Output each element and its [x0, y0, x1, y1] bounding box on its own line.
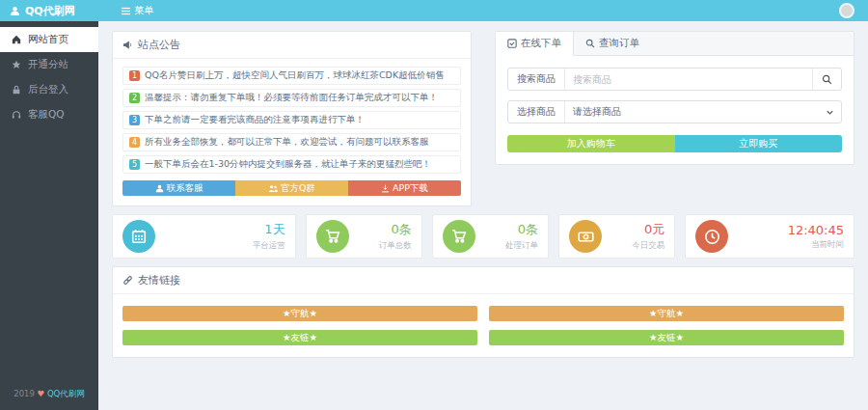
sidebar-footer: 2019 ♥ QQ代刷网	[0, 389, 98, 410]
megaphone-icon	[122, 40, 133, 50]
lock-icon	[12, 85, 21, 95]
buy-now-button[interactable]: 立即购买	[675, 135, 843, 152]
heart-icon: ♥	[38, 389, 45, 398]
search-product-label: 搜索商品	[508, 68, 565, 90]
brand[interactable]: QQ代刷网	[0, 4, 98, 18]
notice-text: 温馨提示：请勿重复下单哦！必须要等待前面任务订单完成才可以下单！	[145, 92, 438, 104]
contact-support-label: 联系客服	[167, 182, 203, 195]
stat-card-today-trade: 0元 今日交易	[558, 214, 675, 259]
notice-actions: 联系客服 官方Q群 APP下载	[122, 180, 461, 196]
notice-item: 4 所有业务全部恢复，都可以正常下单，欢迎尝试，有问题可以联系客服	[122, 133, 461, 151]
tab-query-order-label: 查询订单	[599, 37, 639, 50]
sidebar-item-label: 网站首页	[28, 33, 68, 46]
notice-panel-header: 站点公告	[113, 32, 471, 59]
friend-link-shouhang[interactable]: ★守航★	[122, 306, 477, 321]
search-icon	[585, 39, 595, 48]
official-qq-group-button[interactable]: 官方Q群	[235, 180, 348, 196]
stat-label: 订单总数	[379, 240, 412, 252]
sidebar-item-label: 开通分站	[28, 58, 68, 71]
hamburger-icon	[122, 7, 130, 15]
friend-links-panel: 友情链接 ★守航★ ★友链★ ★守航★ ★友链★	[112, 266, 854, 358]
stat-meta: 0元 今日交易	[632, 221, 665, 252]
search-product-group: 搜索商品	[507, 68, 842, 91]
stat-meta: 0条 订单总数	[379, 221, 412, 252]
stat-card-current-time: 12:40:45 当前时间	[685, 214, 854, 259]
home-icon	[12, 35, 21, 44]
sidebar-item-support-qq[interactable]: 客服QQ	[0, 102, 98, 127]
notice-number-badge: 3	[129, 115, 140, 125]
menu-label: 菜单	[134, 4, 153, 17]
stat-label: 当前时间	[788, 239, 844, 251]
clock-icon	[695, 220, 728, 253]
sidebar-item-label: 后台登入	[28, 83, 68, 96]
tab-query-order[interactable]: 查询订单	[574, 32, 651, 55]
stat-card-platform-days: 1天 平台运营	[112, 214, 296, 259]
contact-support-button[interactable]: 联系客服	[122, 180, 235, 196]
chevron-down-icon[interactable]	[818, 101, 841, 123]
notice-text: 下单之前请一定要看完该商品的注意事项再进行下单！	[145, 114, 365, 126]
footer-brand-link[interactable]: QQ代刷网	[47, 389, 85, 398]
tab-online-order[interactable]: 在线下单	[496, 32, 574, 56]
users-icon	[268, 184, 278, 193]
notice-number-badge: 1	[129, 70, 140, 81]
official-qq-group-label: 官方Q群	[281, 182, 315, 195]
notice-item: 5 一般下单后会在1-30分钟内提交到服务器，就让单子来的更猛烈些吧！	[122, 155, 461, 174]
order-form: 搜索商品 选择商品 请选择商品	[496, 56, 854, 164]
select-product-dropdown[interactable]: 请选择商品	[565, 101, 818, 123]
search-product-input[interactable]	[565, 68, 812, 90]
stats-row: 1天 平台运营 0条 订单总数 0条 处理订单	[112, 214, 854, 259]
user-icon	[155, 184, 164, 193]
stat-card-processing-orders: 0条 处理订单	[432, 214, 549, 259]
search-submit-button[interactable]	[812, 68, 841, 90]
main-content: 站点公告 1 QQ名片赞日刷上万，超快空间人气日刷百万，球球冰红茶CDK超低价销…	[98, 21, 868, 410]
notice-item: 1 QQ名片赞日刷上万，超快空间人气日刷百万，球球冰红茶CDK超低价销售	[122, 67, 461, 85]
order-buttons: 加入购物车 立即购买	[507, 135, 842, 152]
select-product-group: 选择商品 请选择商品	[507, 100, 842, 123]
stat-value: 0条	[505, 221, 538, 238]
menu-toggle[interactable]: 菜单	[122, 4, 153, 17]
stat-card-total-orders: 0条 订单总数	[306, 214, 422, 259]
user-logo-icon	[10, 6, 20, 16]
stat-value: 12:40:45	[788, 223, 844, 237]
notice-number-badge: 5	[129, 159, 140, 170]
app-download-button[interactable]: APP下载	[348, 180, 461, 196]
sidebar: 网站首页 开通分站 后台登入 客服QQ 2019 ♥ QQ代刷网	[0, 21, 98, 410]
notice-panel: 站点公告 1 QQ名片赞日刷上万，超快空间人气日刷百万，球球冰红茶CDK超低价销…	[112, 31, 472, 206]
sidebar-item-substation[interactable]: 开通分站	[0, 52, 98, 77]
friend-links-body: ★守航★ ★友链★ ★守航★ ★友链★	[113, 294, 854, 357]
sidebar-item-admin-login[interactable]: 后台登入	[0, 77, 98, 102]
stat-meta: 1天 平台运营	[253, 221, 285, 252]
tab-online-order-label: 在线下单	[521, 37, 561, 50]
cart-icon	[443, 220, 475, 253]
stat-meta: 12:40:45 当前时间	[788, 223, 844, 251]
stat-label: 平台运营	[253, 240, 285, 252]
footer-year: 2019	[14, 389, 35, 398]
friend-links-column: ★守航★ ★友链★	[483, 306, 850, 345]
banknote-icon	[569, 220, 602, 253]
notice-item: 2 温馨提示：请勿重复下单哦！必须要等待前面任务订单完成才可以下单！	[122, 89, 461, 107]
add-to-cart-button[interactable]: 加入购物车	[507, 135, 675, 152]
app-download-label: APP下载	[393, 182, 428, 195]
avatar[interactable]	[839, 3, 854, 18]
cart-icon	[316, 220, 349, 253]
order-tabs: 在线下单 查询订单	[496, 32, 854, 56]
stat-value: 1天	[253, 221, 285, 238]
friend-link-youlian[interactable]: ★友链★	[489, 330, 844, 345]
check-square-icon	[507, 39, 517, 48]
notice-item: 3 下单之前请一定要看完该商品的注意事项再进行下单！	[122, 111, 461, 129]
stat-label: 处理订单	[505, 240, 538, 252]
star-icon	[12, 60, 21, 69]
friend-links-title: 友情链接	[138, 273, 180, 287]
notice-number-badge: 2	[129, 93, 140, 103]
sidebar-item-label: 客服QQ	[28, 108, 65, 122]
stat-meta: 0条 处理订单	[505, 221, 538, 252]
headset-icon	[12, 110, 21, 120]
stat-value: 0条	[379, 221, 412, 238]
topbar: QQ代刷网 菜单	[0, 0, 868, 21]
notice-text: 所有业务全部恢复，都可以正常下单，欢迎尝试，有问题可以联系客服	[145, 136, 429, 149]
order-panel: 在线下单 查询订单 搜索商品	[495, 31, 854, 165]
sidebar-item-home[interactable]: 网站首页	[0, 27, 98, 52]
friend-link-youlian[interactable]: ★友链★	[122, 330, 477, 345]
calendar-icon	[122, 220, 155, 253]
friend-link-shouhang[interactable]: ★守航★	[489, 306, 844, 321]
